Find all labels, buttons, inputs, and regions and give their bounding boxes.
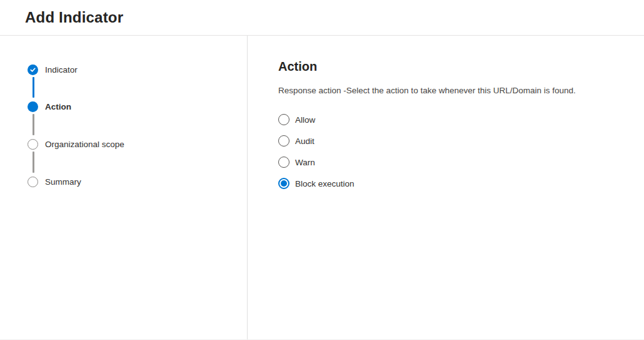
- step-empty-circle-icon: [28, 139, 38, 150]
- panel-header: Add Indicator: [0, 0, 644, 36]
- step-empty-circle-icon: [28, 177, 38, 187]
- section-description: Response action -Select the action to ta…: [278, 86, 619, 95]
- step-completed-check-icon: [28, 64, 38, 75]
- radio-label-warn: Warn: [295, 158, 315, 167]
- radio-audit[interactable]: Audit: [278, 135, 619, 147]
- radio-label-block-execution: Block execution: [295, 179, 355, 188]
- wizard-step-action[interactable]: Action: [28, 101, 71, 112]
- radio-unselected-icon: [278, 135, 289, 147]
- radio-unselected-icon: [278, 114, 289, 125]
- step-current-dot-icon: [28, 101, 38, 112]
- step-label-organizational-scope: Organizational scope: [45, 140, 124, 149]
- step-label-summary: Summary: [45, 177, 81, 187]
- wizard-step-summary[interactable]: Summary: [28, 176, 81, 187]
- step-connector: [33, 77, 34, 98]
- step-connector: [33, 152, 34, 173]
- radio-label-allow: Allow: [295, 115, 315, 125]
- radio-block-execution[interactable]: Block execution: [278, 178, 619, 189]
- panel-body: Indicator Action Organizational scope Su…: [0, 36, 644, 340]
- radio-unselected-icon: [278, 157, 289, 168]
- radio-allow[interactable]: Allow: [278, 114, 619, 125]
- step-label-action: Action: [45, 102, 71, 111]
- step-label-indicator: Indicator: [45, 65, 78, 75]
- wizard-step-indicator[interactable]: Indicator: [28, 64, 78, 75]
- section-heading: Action: [278, 59, 619, 74]
- radio-warn[interactable]: Warn: [278, 157, 619, 168]
- wizard-steps-sidebar: Indicator Action Organizational scope Su…: [0, 36, 248, 340]
- step-connector: [33, 114, 34, 135]
- page-title: Add Indicator: [25, 9, 123, 26]
- response-action-radio-group: Allow Audit Warn Block execution: [278, 114, 619, 189]
- wizard-step-organizational-scope[interactable]: Organizational scope: [28, 138, 124, 150]
- add-indicator-panel: Add Indicator Indicator Action Organiz: [0, 0, 644, 340]
- action-step-content: Action Response action -Select the actio…: [248, 36, 644, 340]
- radio-selected-icon: [278, 178, 289, 189]
- radio-label-audit: Audit: [295, 137, 314, 146]
